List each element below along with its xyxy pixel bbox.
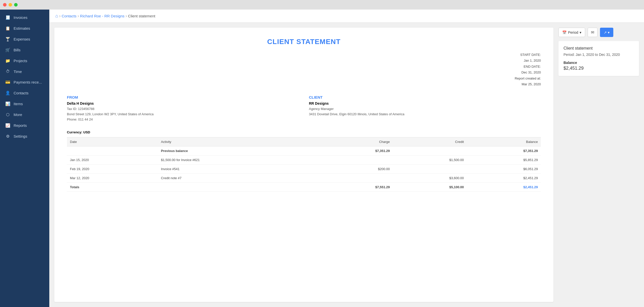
balance-label: Balance xyxy=(564,61,634,65)
start-date: START DATE: Jan 1, 2020 xyxy=(67,52,541,64)
breadcrumb-sep-0: › xyxy=(59,13,61,19)
table-header-date: Date xyxy=(67,137,158,146)
info-card: Client statement Period: Jan 1, 2020 to … xyxy=(558,41,639,76)
sidebar-label-estimates: Estimates xyxy=(14,26,30,30)
table-row: Previous balance$7,351.29$7,351.29 xyxy=(67,146,541,155)
payments-icon: 💳 xyxy=(5,80,11,85)
client-label: CLIENT xyxy=(309,95,541,99)
breadcrumb-sep-1: › xyxy=(77,13,79,19)
home-icon[interactable]: ⌂ xyxy=(55,13,58,19)
sidebar-item-reports[interactable]: 📈Reports xyxy=(0,120,49,131)
minimize-button[interactable] xyxy=(9,3,12,7)
cell-date-1: Jan 15, 2020 xyxy=(67,155,158,164)
table-header-charge: Charge xyxy=(319,137,393,146)
estimates-icon: 📋 xyxy=(5,26,11,31)
from-tax: Tax ID: 123456788 xyxy=(67,106,299,112)
cell-balance-2: $6,051.29 xyxy=(467,164,541,173)
share-button[interactable]: ↗ ▾ xyxy=(600,28,613,37)
sidebar-item-items[interactable]: 📊Items xyxy=(0,98,49,109)
table-row: Mar 12, 2020Credit note #7$3,600.00$2,45… xyxy=(67,173,541,182)
table-header-credit: Credit xyxy=(393,137,467,146)
cell-activity-0: Previous balance xyxy=(158,146,319,155)
table-totals-row: Totals$7,551.29$5,100.00$2,451.29 xyxy=(67,182,541,191)
sidebar-item-more[interactable]: ⬡More xyxy=(0,109,49,120)
client-address: 3431 Dovetail Drive, Elgin 60120 Illinoi… xyxy=(309,112,541,117)
table-row: Feb 19, 2020Invoice #541$200.00$6,051.29 xyxy=(67,164,541,173)
content-area: CLIENT STATEMENT START DATE: Jan 1, 2020… xyxy=(49,23,644,307)
document-parties: FROM Delta H Designs Tax ID: 123456788 B… xyxy=(67,95,541,122)
cell-balance-1: $5,851.29 xyxy=(467,155,541,164)
statement-table: DateActivityChargeCreditBalancePrevious … xyxy=(67,137,541,192)
sidebar-label-settings: Settings xyxy=(14,134,27,138)
totals-cell-2: $7,551.29 xyxy=(319,182,393,191)
cell-credit-1: $1,500.00 xyxy=(393,155,467,164)
chevron-icon: ▾ xyxy=(608,30,610,34)
invoices-icon: 🧾 xyxy=(5,15,11,20)
sidebar: 🧾Invoices📋Estimates🍸Expenses🛒Bills📁Proje… xyxy=(0,10,49,307)
close-button[interactable] xyxy=(3,3,7,7)
sidebar-label-time: Time xyxy=(14,69,22,74)
breadcrumb-sep-2: › xyxy=(126,13,127,19)
statement-document: CLIENT STATEMENT START DATE: Jan 1, 2020… xyxy=(54,28,553,302)
from-label: FROM xyxy=(67,95,299,99)
sidebar-label-bills: Bills xyxy=(14,48,21,52)
cell-date-2: Feb 19, 2020 xyxy=(67,164,158,173)
from-phone: Phone: 011 44 24 xyxy=(67,117,299,122)
info-card-title: Client statement xyxy=(564,46,634,51)
breadcrumb-current: Client statement xyxy=(128,14,155,18)
items-icon: 📊 xyxy=(5,101,11,106)
sidebar-label-projects: Projects xyxy=(14,59,27,63)
cell-date-0 xyxy=(67,146,158,155)
from-name: Delta H Designs xyxy=(67,101,299,105)
cell-activity-1: $1,500.00 for Invoice #621 xyxy=(158,155,319,164)
sidebar-item-invoices[interactable]: 🧾Invoices xyxy=(0,12,49,23)
more-icon: ⬡ xyxy=(5,112,11,117)
totals-cell-1 xyxy=(158,182,319,191)
cell-charge-1 xyxy=(319,155,393,164)
email-button[interactable]: ✉ xyxy=(588,28,597,37)
totals-cell-0: Totals xyxy=(67,182,158,191)
table-header-activity: Activity xyxy=(158,137,319,146)
chevron-down-icon: ▾ xyxy=(580,30,581,34)
sidebar-item-bills[interactable]: 🛒Bills xyxy=(0,45,49,55)
sidebar-item-settings[interactable]: ⚙Settings xyxy=(0,131,49,142)
maximize-button[interactable] xyxy=(14,3,18,7)
end-date: END DATE: Dec 31, 2020 xyxy=(67,64,541,75)
cell-charge-3 xyxy=(319,173,393,182)
titlebar xyxy=(0,0,644,10)
sidebar-item-estimates[interactable]: 📋Estimates xyxy=(0,23,49,34)
main-area: ⌂ › Contacts › Richard Roe - RR Designs … xyxy=(49,10,644,307)
from-address: Bond Street 129, London W2 3PY, United S… xyxy=(67,112,299,117)
table-header-balance: Balance xyxy=(467,137,541,146)
cell-activity-3: Credit note #7 xyxy=(158,173,319,182)
calendar-icon: 📅 xyxy=(562,30,567,34)
share-icon: ↗ xyxy=(604,30,607,34)
period-button[interactable]: 📅 Period ▾ xyxy=(558,28,585,37)
sidebar-label-invoices: Invoices xyxy=(14,15,27,20)
sidebar-label-more: More xyxy=(14,112,22,117)
right-panel: 📅 Period ▾ ✉ ↗ ▾ Client statement Period… xyxy=(558,28,639,302)
sidebar-label-expenses: Expenses xyxy=(14,37,30,41)
panel-actions: 📅 Period ▾ ✉ ↗ ▾ xyxy=(558,28,639,37)
sidebar-item-projects[interactable]: 📁Projects xyxy=(0,55,49,66)
cell-credit-0 xyxy=(393,146,467,155)
cell-date-3: Mar 12, 2020 xyxy=(67,173,158,182)
client-party: CLIENT RR Designs Agency Manager 3431 Do… xyxy=(309,95,541,122)
sidebar-item-payments[interactable]: 💳Payments rece... xyxy=(0,77,49,88)
sidebar-item-expenses[interactable]: 🍸Expenses xyxy=(0,34,49,45)
cell-balance-3: $2,451.29 xyxy=(467,173,541,182)
totals-cell-4: $2,451.29 xyxy=(467,182,541,191)
sidebar-label-reports: Reports xyxy=(14,123,27,128)
info-card-period: Period: Jan 1, 2020 to Dec 31, 2020 xyxy=(564,53,634,57)
sidebar-item-contacts[interactable]: 👤Contacts xyxy=(0,88,49,98)
email-icon: ✉ xyxy=(591,30,594,34)
currency-label: Currency: USD xyxy=(67,130,541,134)
sidebar-label-payments: Payments rece... xyxy=(14,80,42,84)
balance-value: $2,451.29 xyxy=(564,66,634,71)
client-name: RR Designs xyxy=(309,101,541,105)
sidebar-item-time[interactable]: ⏱Time xyxy=(0,66,49,77)
breadcrumb-contacts[interactable]: Contacts xyxy=(62,14,76,18)
breadcrumb-contact-name[interactable]: Richard Roe - RR Designs xyxy=(80,14,125,18)
client-role: Agency Manager xyxy=(309,106,541,112)
cell-credit-3: $3,600.00 xyxy=(393,173,467,182)
